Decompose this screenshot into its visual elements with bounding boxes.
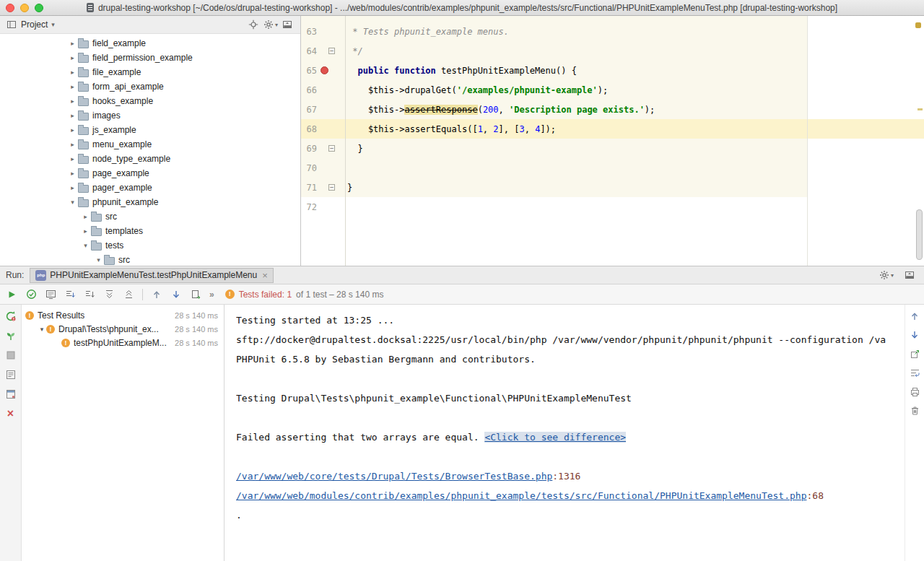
chevron-right-icon[interactable]: ▸ — [68, 184, 77, 191]
editor-line-70[interactable]: 70 — [301, 158, 924, 178]
editor-scrollbar-thumb[interactable] — [916, 209, 923, 260]
console-text: PHPUnit 6.5.8 by Sebastian Bergmann and … — [236, 354, 536, 365]
export-test-results-icon[interactable] — [190, 289, 201, 300]
project-tree-item-js_example[interactable]: ▸js_example — [0, 123, 300, 137]
inspection-indicator[interactable] — [915, 22, 921, 28]
close-icon[interactable]: × — [5, 408, 17, 419]
project-settings-group[interactable]: ▾ — [263, 19, 278, 30]
more-actions-icon[interactable]: » — [209, 290, 214, 300]
project-tree-item-file_example[interactable]: ▸file_example — [0, 65, 300, 79]
sort-by-duration-icon[interactable] — [64, 289, 76, 300]
fold-marker-icon[interactable]: − — [328, 184, 335, 191]
failed-test-gutter-icon[interactable] — [321, 66, 328, 74]
editor-line-72[interactable]: 72 — [301, 197, 924, 217]
test-history-icon[interactable] — [5, 369, 17, 380]
project-tree-item-src[interactable]: ▾src — [0, 253, 300, 266]
project-tree-item-page_example[interactable]: ▸page_example — [0, 166, 300, 181]
editor-line-64[interactable]: 64− */ — [301, 41, 924, 61]
test-tree-root[interactable]: !Test Results28 s 140 ms — [22, 308, 224, 322]
editor-line-71[interactable]: 71−} — [301, 178, 924, 197]
project-tree-item-tests[interactable]: ▾tests — [0, 238, 300, 253]
gutter-separator — [345, 16, 346, 266]
open-in-new-window-icon[interactable] — [909, 348, 920, 360]
chevron-right-icon[interactable]: ▸ — [68, 141, 77, 148]
expand-all-icon[interactable] — [103, 289, 115, 300]
chevron-down-icon[interactable]: ▾ — [51, 21, 55, 28]
test-tree-class[interactable]: ▾!Drupal\Tests\phpunit_ex...28 s 140 ms — [22, 322, 224, 336]
scroll-from-source-icon[interactable] — [248, 19, 259, 30]
down-stack-trace-icon[interactable] — [909, 329, 920, 341]
zoom-window-button[interactable] — [35, 4, 43, 12]
hide-panel-icon[interactable] — [282, 19, 293, 30]
run-settings-group[interactable]: ▾ — [879, 269, 894, 281]
gear-icon[interactable] — [263, 19, 274, 30]
chevron-right-icon[interactable]: ▸ — [68, 54, 77, 61]
project-tree-item-field_example[interactable]: ▸field_example — [0, 36, 300, 51]
project-tree-item-field_permission_example[interactable]: ▸field_permission_example — [0, 51, 300, 65]
previous-failed-test-icon[interactable] — [151, 289, 162, 300]
editor-line-68[interactable]: 68 $this->assertEquals([1, 2], [3, 4]); — [301, 119, 924, 139]
editor-line-66[interactable]: 66 $this->drupalGet('/examples/phpunit-e… — [301, 80, 924, 100]
console-link[interactable]: <Click to see difference> — [484, 432, 626, 443]
toggle-output-icon[interactable] — [45, 289, 56, 300]
project-tree-item-pager_example[interactable]: ▸pager_example — [0, 181, 300, 195]
project-tree-item-templates[interactable]: ▸templates — [0, 224, 300, 238]
chevron-down-icon[interactable]: ▾ — [94, 256, 103, 264]
project-tree-item-label: src — [118, 255, 130, 265]
project-tree-item-phpunit_example[interactable]: ▾phpunit_example — [0, 195, 300, 209]
code-editor[interactable]: 63 * Tests phpunit_example menus.64− */6… — [301, 16, 924, 266]
up-stack-trace-icon[interactable] — [909, 310, 920, 322]
soft-wrap-icon[interactable] — [909, 367, 920, 378]
chevron-right-icon[interactable]: ▸ — [68, 155, 77, 162]
editor-line-69[interactable]: 69− } — [301, 139, 924, 158]
gear-icon[interactable] — [879, 269, 890, 281]
project-tree-item-hooks_example[interactable]: ▸hooks_example — [0, 94, 300, 108]
chevron-down-icon[interactable]: ▾ — [68, 199, 77, 206]
clear-console-icon[interactable] — [909, 404, 920, 416]
project-tree-item-form_api_example[interactable]: ▸form_api_example — [0, 79, 300, 94]
chevron-right-icon[interactable]: ▸ — [81, 227, 90, 235]
project-tree-item-node_type_example[interactable]: ▸node_type_example — [0, 152, 300, 166]
chevron-down-icon[interactable]: ▾ — [38, 326, 46, 333]
console-link[interactable]: /var/www/web/modules/contrib/examples/ph… — [236, 490, 807, 501]
project-tree-item-menu_example[interactable]: ▸menu_example — [0, 137, 300, 152]
project-tree-item-src[interactable]: ▸src — [0, 209, 300, 224]
stop-icon[interactable] — [5, 349, 17, 361]
editor-line-63[interactable]: 63 * Tests phpunit_example menus. — [301, 22, 924, 41]
project-panel-icon — [6, 19, 17, 30]
project-tree-item-images[interactable]: ▸images — [0, 108, 300, 123]
fold-marker-icon[interactable]: − — [328, 48, 335, 54]
next-failed-test-icon[interactable] — [170, 289, 182, 300]
chevron-right-icon[interactable]: ▸ — [68, 69, 77, 76]
chevron-down-icon[interactable]: ▾ — [81, 242, 90, 249]
line-number: 66 — [301, 85, 317, 95]
chevron-right-icon[interactable]: ▸ — [68, 112, 77, 119]
sort-alphabetically-icon[interactable] — [84, 289, 95, 300]
chevron-right-icon[interactable]: ▸ — [68, 97, 77, 105]
chevron-right-icon[interactable]: ▸ — [68, 40, 77, 47]
chevron-right-icon[interactable]: ▸ — [68, 83, 77, 90]
folder-icon — [91, 214, 102, 222]
editor-line-67[interactable]: 67 $this->assertResponse(200, 'Descripti… — [301, 100, 924, 119]
test-tree-method[interactable]: !testPhpUnitExampleM...28 s 140 ms — [22, 336, 224, 349]
warning-stripe-mark[interactable] — [918, 108, 923, 110]
show-passed-icon[interactable] — [25, 289, 37, 300]
hide-panel-icon[interactable] — [904, 269, 915, 281]
console-link[interactable]: /var/www/web/core/tests/Drupal/Tests/Bro… — [236, 471, 552, 482]
fold-marker-icon[interactable]: − — [328, 145, 335, 152]
chevron-right-icon[interactable]: ▸ — [81, 213, 90, 220]
print-icon[interactable] — [909, 386, 920, 397]
rerun-failed-tests-icon[interactable] — [5, 310, 17, 322]
toggle-auto-test-icon[interactable] — [5, 330, 17, 342]
chevron-right-icon[interactable]: ▸ — [68, 170, 77, 177]
minimize-window-button[interactable] — [20, 4, 29, 12]
close-window-button[interactable] — [6, 4, 14, 12]
restore-layout-icon[interactable] — [5, 388, 17, 400]
project-panel-title[interactable]: Project — [21, 19, 48, 30]
editor-line-65[interactable]: 65 public function testPhpUnitExampleMen… — [301, 61, 924, 80]
rerun-tests-icon[interactable] — [6, 289, 17, 300]
close-tab-icon[interactable]: × — [262, 271, 268, 280]
collapse-all-icon[interactable] — [123, 289, 134, 300]
chevron-right-icon[interactable]: ▸ — [68, 126, 77, 134]
run-tab[interactable]: php PHPUnitExampleMenuTest.testPhpUnitEx… — [30, 268, 273, 283]
